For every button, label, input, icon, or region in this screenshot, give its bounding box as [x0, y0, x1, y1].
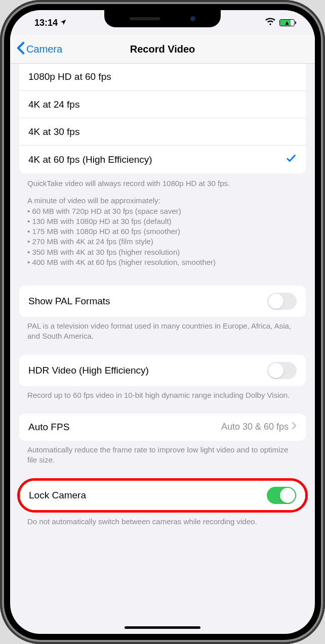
hdr-label: HDR Video (High Efficiency): [28, 365, 149, 376]
resolution-option[interactable]: 4K at 60 fps (High Efficiency): [19, 145, 306, 173]
lockcamera-footer: Do not automatically switch between came…: [10, 513, 315, 531]
pal-footer: PAL is a television video format used in…: [10, 317, 315, 346]
size-line: • 175 MB with 1080p HD at 60 fps (smooth…: [27, 226, 298, 237]
autofps-footer: Automatically reduce the frame rate to i…: [10, 441, 315, 470]
resolution-label: 4K at 30 fps: [28, 126, 79, 137]
resolution-option[interactable]: 4K at 24 fps: [19, 90, 306, 118]
quicktake-note: QuickTake video will always record with …: [27, 178, 298, 189]
page-title: Record Video: [130, 43, 195, 55]
size-line: • 60 MB with 720p HD at 30 fps (space sa…: [27, 206, 298, 216]
resolution-footer: QuickTake video will always record with …: [10, 173, 315, 277]
navigation-bar: Camera Record Video: [10, 35, 315, 64]
screen: 13:14 ▲ Camera: [10, 10, 315, 634]
checkmark-icon: [286, 153, 297, 166]
hdr-row[interactable]: HDR Video (High Efficiency): [19, 355, 306, 386]
pal-label: Show PAL Formats: [28, 296, 110, 307]
back-label: Camera: [26, 43, 62, 55]
autofps-label: Auto FPS: [28, 422, 69, 433]
size-line: • 130 MB with 1080p HD at 30 fps (defaul…: [27, 216, 298, 226]
autofps-group: Auto FPS Auto 30 & 60 fps: [19, 413, 306, 441]
lockcamera-toggle[interactable]: [267, 487, 296, 504]
size-line: • 270 MB with 4K at 24 fps (film style): [27, 237, 298, 247]
location-icon: [60, 18, 67, 28]
hdr-group: HDR Video (High Efficiency): [19, 355, 306, 386]
resolution-option[interactable]: 1080p HD at 60 fps: [19, 63, 306, 90]
content-scroll[interactable]: 1080p HD at 60 fps 4K at 24 fps 4K at 30…: [10, 63, 315, 551]
lockcamera-label: Lock Camera: [29, 490, 86, 501]
resolution-option[interactable]: 4K at 30 fps: [19, 118, 306, 145]
home-indicator[interactable]: [125, 626, 200, 629]
chevron-left-icon: [16, 41, 25, 57]
size-line: • 350 MB with 4K at 30 fps (higher resol…: [27, 247, 298, 257]
resolution-label: 4K at 60 fps (High Efficiency): [28, 154, 152, 165]
autofps-value: Auto 30 & 60 fps: [221, 422, 289, 432]
pal-group: Show PAL Formats: [19, 286, 306, 317]
pal-toggle[interactable]: [267, 293, 297, 310]
hdr-toggle[interactable]: [267, 362, 297, 379]
charging-icon: ▲: [284, 19, 290, 26]
pal-row[interactable]: Show PAL Formats: [19, 286, 306, 317]
resolution-label: 1080p HD at 60 fps: [28, 71, 111, 82]
status-time: 13:14: [34, 18, 58, 28]
lockcamera-group: Lock Camera: [20, 481, 305, 510]
resolution-group: 1080p HD at 60 fps 4K at 24 fps 4K at 30…: [19, 63, 306, 173]
resolution-label: 4K at 24 fps: [28, 99, 79, 110]
sizes-intro: A minute of video will be approximately:: [27, 196, 298, 206]
wifi-icon: [265, 17, 275, 29]
back-button[interactable]: Camera: [16, 41, 62, 57]
lockcamera-row[interactable]: Lock Camera: [20, 481, 305, 510]
size-line: • 400 MB with 4K at 60 fps (higher resol…: [27, 257, 298, 267]
autofps-row[interactable]: Auto FPS Auto 30 & 60 fps: [19, 413, 306, 441]
chevron-right-icon: [292, 422, 297, 432]
battery-icon: ▲: [279, 19, 295, 26]
device-notch: [104, 10, 221, 27]
device-frame: 13:14 ▲ Camera: [0, 0, 325, 644]
hdr-footer: Record up to 60 fps video in 10-bit high…: [10, 386, 315, 404]
lockcamera-highlight: Lock Camera: [17, 478, 308, 513]
